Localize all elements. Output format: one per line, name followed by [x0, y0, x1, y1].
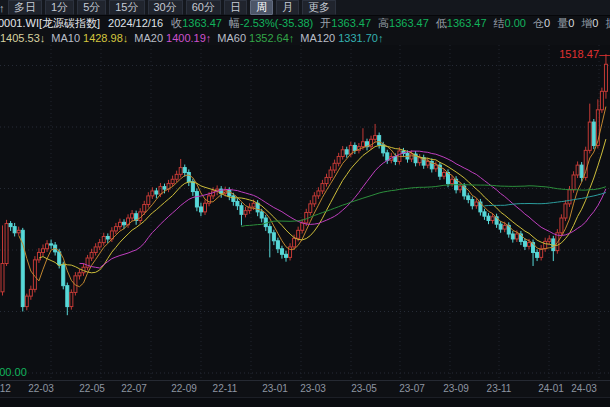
clipped-toolbar-icon: ↑: [0, 2, 4, 14]
period-tab-list: 多日1分5分15分30分60分日周月更多: [8, 0, 339, 15]
ma-legend: 1405.53↓MA101428.98↓MA201400.19↑MA601352…: [0, 31, 610, 45]
tab-5min[interactable]: 5分: [77, 0, 106, 15]
high-price-marker: 1518.47—: [559, 48, 610, 60]
tab-week[interactable]: 周: [250, 0, 273, 15]
date-tick: 23-05: [351, 383, 377, 394]
quote-field: 增0: [581, 16, 598, 30]
date-tick: 23-11: [487, 383, 512, 394]
ma-legend-item: MA201400.19↑: [134, 32, 211, 44]
quote-date: 2024/12/16: [108, 17, 163, 29]
instrument-name[interactable]: 0001.WI[龙源碳指数]: [0, 16, 100, 30]
tab-15min[interactable]: 15分: [109, 0, 144, 15]
stock-chart-app: ↑ 多日1分5分15分30分60分日周月更多 0001.WI[龙源碳指数] 20…: [0, 0, 610, 407]
date-tick: 21-12: [0, 383, 11, 394]
ma-legend-item: MA101428.98↓: [51, 32, 128, 44]
tab-day[interactable]: 日: [224, 0, 247, 15]
date-tick: 22-07: [121, 383, 147, 394]
quote-header: 0001.WI[龙源碳指数] 2024/12/16 收1363.47幅-2.53…: [0, 16, 610, 30]
date-tick: 24-03: [571, 383, 597, 394]
ma-legend-item: MA1201331.70↑: [300, 32, 383, 44]
date-tick: 23-09: [443, 383, 469, 394]
candlestick-chart[interactable]: 1518.47—1000.00: [0, 45, 610, 380]
bottom-strip: [0, 397, 610, 407]
date-tick: 22-11: [213, 383, 238, 394]
date-tick: 23-03: [300, 383, 326, 394]
date-tick: 23-07: [399, 383, 425, 394]
period-toolbar: ↑ 多日1分5分15分30分60分日周月更多: [0, 0, 610, 16]
quote-field: 振0.00%: [605, 16, 610, 30]
quote-field: 低1363.47: [436, 16, 487, 30]
date-tick: 24-01: [538, 383, 564, 394]
tab-60min[interactable]: 60分: [186, 0, 221, 15]
quote-field: 收1363.47: [171, 16, 222, 30]
quote-field: 结0.00: [494, 16, 526, 30]
ma-legend-item: MA601352.64↑: [217, 32, 294, 44]
min-price-label: 1000.00: [0, 366, 27, 378]
date-tick: 22-05: [79, 383, 105, 394]
tab-30min[interactable]: 30分: [148, 0, 183, 15]
quote-field: 仓0: [533, 16, 550, 30]
chart-area[interactable]: 1518.47—1000.00: [0, 45, 610, 380]
date-axis: 21-1222-0322-0522-0722-0922-1123-0123-03…: [0, 380, 610, 398]
ma-line-ma20: [80, 151, 606, 268]
ma-line-ma10: [39, 139, 606, 273]
quote-field: 量0: [557, 16, 574, 30]
quote-field: 高1363.47: [378, 16, 429, 30]
quote-field: 开1363.47: [320, 16, 371, 30]
date-tick: 22-09: [171, 383, 197, 394]
tab-month[interactable]: 月: [276, 0, 299, 15]
ma-legend-item: 1405.53↓: [0, 32, 45, 44]
quote-field: 幅-2.53%(-35.38): [229, 16, 313, 30]
date-tick: 23-01: [262, 383, 288, 394]
date-tick: 22-03: [28, 383, 54, 394]
tab-more[interactable]: 更多: [302, 0, 336, 15]
tab-multi-day[interactable]: 多日: [8, 0, 42, 15]
tab-1min[interactable]: 1分: [45, 0, 74, 15]
